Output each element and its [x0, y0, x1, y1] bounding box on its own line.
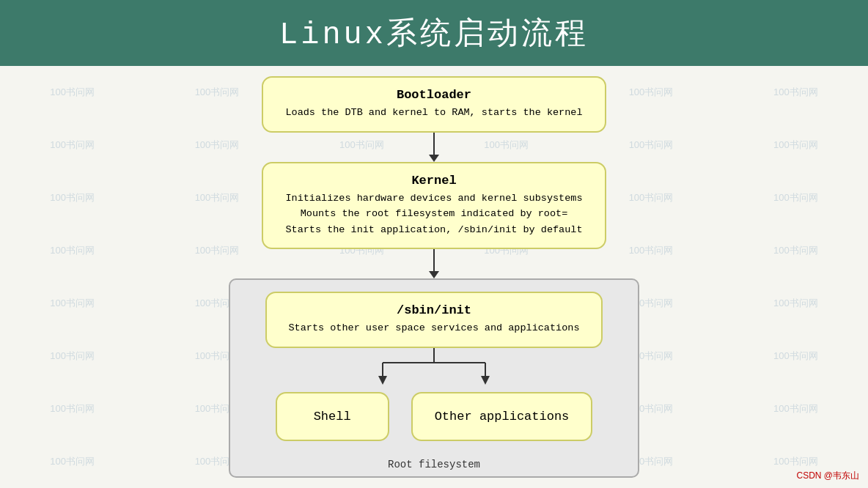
other-apps-box: Other applications: [411, 392, 593, 441]
page-header: Linux系统启动流程: [0, 0, 868, 66]
sbin-init-text: Starts other user space services and app…: [289, 320, 580, 336]
kernel-box: Kernel Initializes hardware devices and …: [262, 162, 606, 250]
kernel-title: Kernel: [285, 174, 582, 188]
arrow-kernel-init: [429, 249, 439, 278]
fork-arrows-svg: [331, 348, 537, 385]
sbin-init-title: /sbin/init: [289, 303, 580, 317]
arrow-bootloader-kernel: [429, 133, 439, 162]
shell-label: Shell: [314, 410, 351, 424]
sbin-init-box: /sbin/init Starts other user space servi…: [265, 292, 603, 348]
kernel-text-line1: Initializes hardware devices and kernel …: [285, 191, 582, 207]
bootloader-title: Bootloader: [285, 88, 582, 102]
arrow-head: [429, 271, 439, 278]
svg-marker-4: [378, 376, 387, 385]
arrow-line: [433, 133, 435, 155]
fork-arrow-container: [245, 348, 623, 385]
kernel-text-line2: Mounts the root filesystem indicated by …: [285, 206, 582, 222]
bottom-boxes-row: Shell Other applications: [276, 392, 593, 441]
svg-marker-5: [481, 376, 490, 385]
shell-box: Shell: [276, 392, 389, 441]
other-apps-label: Other applications: [435, 410, 570, 424]
page-title: Linux系统启动流程: [279, 12, 589, 53]
main-content: Bootloader Loads the DTB and kernel to R…: [0, 66, 868, 488]
root-filesystem-container: /sbin/init Starts other user space servi…: [229, 278, 639, 478]
flow-diagram: Bootloader Loads the DTB and kernel to R…: [229, 76, 639, 478]
bootloader-text: Loads the DTB and kernel to RAM, starts …: [285, 105, 582, 121]
arrow-head: [429, 155, 439, 162]
arrow-line: [433, 249, 435, 271]
bootloader-box: Bootloader Loads the DTB and kernel to R…: [262, 76, 606, 133]
csdn-watermark: CSDN @韦东山: [796, 470, 859, 482]
kernel-text-line3: Starts the init application, /sbin/init …: [285, 222, 582, 238]
root-filesystem-label: Root filesystem: [388, 459, 480, 470]
